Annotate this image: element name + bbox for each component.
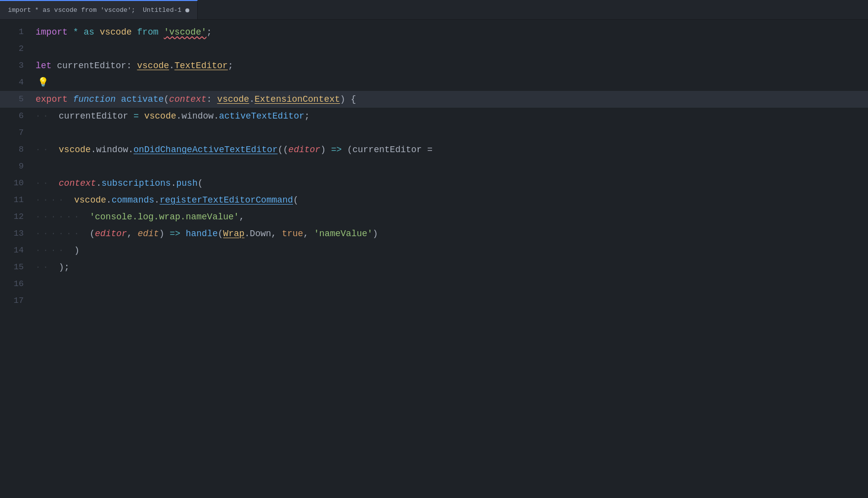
- unsaved-indicator: [185, 8, 189, 12]
- identifier-window: window: [181, 108, 214, 124]
- indent: ····: [36, 242, 74, 259]
- literal-true: true: [282, 225, 303, 242]
- code-line-9: 9: [0, 158, 868, 175]
- param-edit: edit: [137, 225, 159, 242]
- method-commands: commands: [112, 192, 154, 208]
- code-line-10: 10 ·· context . subscriptions . push (: [0, 175, 868, 192]
- identifier-currentEditor: currentEditor: [57, 57, 126, 74]
- indent: ····: [36, 192, 74, 208]
- method-activeTextEditor: activeTextEditor: [219, 108, 304, 124]
- tab-bar: import * as vscode from 'vscode'; Untitl…: [0, 0, 868, 20]
- line-number: 3: [0, 57, 36, 74]
- type-TextEditor: TextEditor: [174, 57, 228, 74]
- code-line-2: 2: [0, 41, 868, 57]
- code-line-17: 17: [0, 292, 868, 309]
- line-content: let currentEditor : vscode . TextEditor …: [36, 57, 868, 74]
- identifier-Wrap: Wrap: [223, 225, 244, 242]
- star-operator: *: [73, 24, 79, 41]
- line-content: ·· ) ;: [36, 259, 868, 276]
- code-line-16: 16: [0, 276, 868, 292]
- code-line-7: 7: [0, 124, 868, 141]
- editor-tab[interactable]: import * as vscode from 'vscode'; Untitl…: [0, 0, 198, 19]
- identifier-vscode2: vscode: [144, 108, 176, 124]
- string-nameValue: 'nameValue': [314, 225, 373, 242]
- code-line-3: 3 let currentEditor : vscode . TextEdito…: [0, 57, 868, 74]
- type-vscode2: vscode: [217, 91, 249, 108]
- line-number: 2: [0, 41, 36, 57]
- code-line-1: 1 import * as vscode from 'vscode' ;: [0, 24, 868, 41]
- line-content: 💡: [36, 74, 868, 91]
- method-subscriptions: subscriptions: [101, 175, 171, 192]
- type-ExtensionContext: ExtensionContext: [255, 91, 340, 108]
- line-number: 16: [0, 276, 36, 292]
- line-number: 13: [0, 225, 36, 242]
- line-number: 15: [0, 259, 36, 276]
- lightbulb-icon[interactable]: 💡: [38, 74, 48, 91]
- line-number: 17: [0, 292, 36, 309]
- line-number: 11: [0, 192, 36, 208]
- method-push: push: [176, 175, 198, 192]
- code-line-4: 4 💡: [0, 74, 868, 91]
- indent: ··: [36, 141, 59, 158]
- param-editor2: editor: [95, 225, 127, 242]
- code-line-6: 6 ·· currentEditor = vscode . window . a…: [0, 108, 868, 124]
- code-line-14: 14 ···· ): [0, 242, 868, 259]
- code-editor: 1 import * as vscode from 'vscode' ; 2 3…: [0, 20, 868, 309]
- line-number: 8: [0, 141, 36, 158]
- string-commandId: 'console.log.wrap.nameValue': [89, 208, 239, 225]
- code-line-5: 5 export function activate ( context : v…: [0, 91, 868, 108]
- line-content: ···· vscode . commands . registerTextEdi…: [36, 192, 868, 208]
- line-content: export function activate ( context : vsc…: [36, 91, 868, 108]
- indent: ······: [36, 225, 89, 242]
- keyword-function: function: [73, 91, 116, 108]
- keyword-let: let: [36, 57, 51, 74]
- line-content: ······ 'console.log.wrap.nameValue' ,: [36, 208, 868, 225]
- func-handle: handle: [186, 225, 218, 242]
- code-line-13: 13 ······ ( editor , edit ) => handle ( …: [0, 225, 868, 242]
- line-number: 4: [0, 74, 36, 91]
- line-number: 1: [0, 24, 36, 41]
- code-line-15: 15 ·· ) ;: [0, 259, 868, 276]
- method-registerTextEditorCommand: registerTextEditorCommand: [160, 192, 293, 208]
- line-content: ······ ( editor , edit ) => handle ( Wra…: [36, 225, 868, 242]
- line-number: 7: [0, 124, 36, 141]
- line-content: ·· vscode . window . onDidChangeActiveTe…: [36, 141, 868, 158]
- identifier-window2: window: [96, 141, 128, 158]
- code-line-11: 11 ···· vscode . commands . registerText…: [0, 192, 868, 208]
- identifier-vscode: vscode: [100, 24, 132, 41]
- indent: ··: [36, 108, 59, 124]
- line-content: ·· context . subscriptions . push (: [36, 175, 868, 192]
- line-number: 12: [0, 208, 36, 225]
- type-vscode: vscode: [137, 57, 169, 74]
- indent: ··: [36, 259, 59, 276]
- identifier-currentEditor2: currentEditor: [59, 108, 128, 124]
- keyword-from: from: [137, 24, 158, 41]
- keyword-export: export: [36, 91, 68, 108]
- string-vscode: 'vscode': [164, 24, 206, 41]
- identifier-vscode4: vscode: [74, 192, 106, 208]
- indent: ······: [36, 208, 89, 225]
- line-number: 5: [0, 91, 36, 108]
- keyword-as: as: [84, 24, 94, 41]
- identifier-Down: Down: [250, 225, 271, 242]
- param-editor: editor: [288, 141, 320, 158]
- identifier-context2: context: [59, 175, 96, 192]
- line-content: ·· currentEditor = vscode . window . act…: [36, 108, 868, 124]
- code-line-12: 12 ······ 'console.log.wrap.nameValue' ,: [0, 208, 868, 225]
- tab-title: import * as vscode from 'vscode'; Untitl…: [8, 6, 181, 14]
- identifier-vscode3: vscode: [59, 141, 91, 158]
- line-number: 9: [0, 158, 36, 175]
- method-onDidChange: onDidChangeActiveTextEditor: [133, 141, 278, 158]
- keyword-import: import: [36, 24, 68, 41]
- line-content: import * as vscode from 'vscode' ;: [36, 24, 868, 41]
- line-content: ···· ): [36, 242, 868, 259]
- func-activate: activate: [121, 91, 164, 108]
- line-number: 6: [0, 108, 36, 124]
- code-line-8: 8 ·· vscode . window . onDidChangeActive…: [0, 141, 868, 158]
- line-number: 10: [0, 175, 36, 192]
- line-number: 14: [0, 242, 36, 259]
- indent: ··: [36, 175, 59, 192]
- param-context: context: [169, 91, 207, 108]
